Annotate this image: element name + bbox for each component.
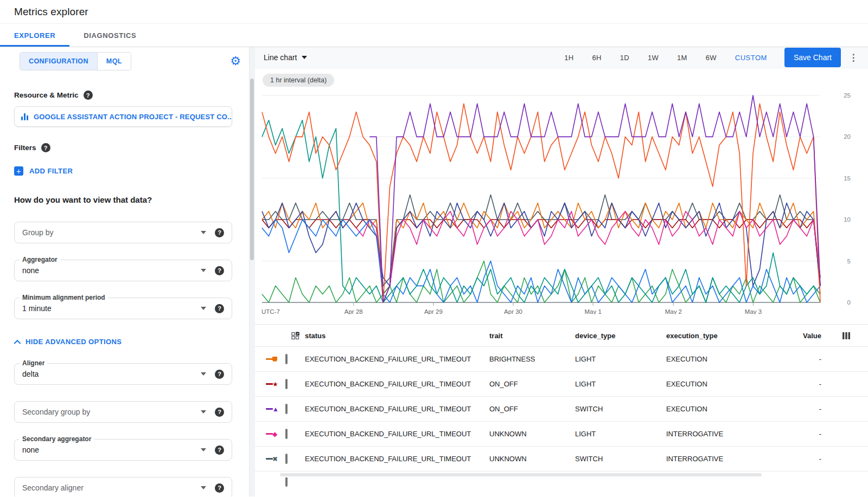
field-aggregator[interactable]: Aggregatornone? (14, 260, 232, 281)
panel-scrollbar[interactable] (249, 47, 255, 496)
table-row: ★EXECUTION_BACKEND_FAILURE_URL_TIMEOUTON… (255, 372, 868, 397)
resource-metric-section: Resource & Metric ? (14, 91, 232, 100)
table-horizontal-scrollbar[interactable] (280, 473, 762, 476)
chart-type-label: Line chart (264, 53, 297, 62)
cell-value: - (789, 405, 835, 413)
help-icon[interactable]: ? (215, 446, 224, 455)
tab-explorer[interactable]: EXPLORER (0, 24, 69, 47)
row-checkbox[interactable] (285, 454, 288, 464)
cell-device-type: LIGHT (575, 430, 666, 438)
cell-device-type: SWITCH (575, 405, 666, 413)
add-filter-button[interactable]: + ADD FILTER (14, 166, 232, 176)
config-mode-toggle: CONFIGURATIONMQL (20, 52, 131, 70)
svg-text:0: 0 (847, 299, 851, 306)
cell-device-type: LIGHT (575, 380, 666, 388)
series-legend-swatch: ◆ (266, 430, 285, 438)
range-button-1m[interactable]: 1M (677, 54, 687, 62)
field-label: Aggregator (20, 256, 60, 263)
chevron-down-icon (302, 56, 307, 59)
resource-metric-label: Resource & Metric (14, 91, 79, 99)
cell-trait: ON_OFF (489, 405, 575, 413)
help-icon[interactable]: ? (215, 370, 224, 379)
hide-advanced-options-toggle[interactable]: HIDE ADVANCED OPTIONS (14, 338, 232, 346)
timeseries-line-chart[interactable]: 0510152025Apr 28Apr 29Apr 30May 1May 2Ma… (255, 90, 868, 314)
cell-execution-type: INTERROGATIVE (666, 430, 789, 438)
help-icon[interactable]: ? (215, 408, 224, 417)
chevron-up-icon (14, 340, 21, 347)
help-icon[interactable]: ? (215, 266, 224, 275)
tab-bar: EXPLORERDIAGNOSTICS (0, 24, 868, 47)
range-button-1w[interactable]: 1W (648, 54, 659, 62)
gear-icon[interactable]: ⚙ (230, 55, 241, 67)
dropdown-caret-icon (201, 269, 206, 272)
table-header-row: statustraitdevice_typeexecution_typeValu… (255, 324, 868, 347)
cell-status: EXECUTION_BACKEND_FAILURE_URL_TIMEOUT (305, 380, 489, 388)
svg-text:10: 10 (844, 216, 851, 223)
row-checkbox[interactable] (285, 429, 288, 439)
series-legend-swatch: ✖ (266, 455, 285, 463)
field-label: Aligner (20, 359, 47, 367)
help-icon[interactable]: ? (84, 91, 93, 100)
row-checkbox[interactable] (285, 404, 288, 414)
dropdown-caret-icon (201, 486, 206, 489)
help-icon[interactable]: ? (215, 483, 224, 493)
col-header-device-type[interactable]: device_type (575, 332, 666, 340)
config-header-row: CONFIGURATIONMQL ⚙ (0, 47, 255, 75)
row-checkbox[interactable] (285, 379, 288, 389)
table-row-partial (255, 477, 868, 496)
cell-execution-type: INTERROGATIVE (666, 455, 789, 463)
svg-text:Apr 28: Apr 28 (344, 308, 363, 314)
dropdown-caret-icon (201, 307, 206, 310)
save-chart-button[interactable]: Save Chart (784, 48, 841, 67)
selected-metric-chip[interactable]: GOOGLE ASSISTANT ACTION PROJECT - REQUES… (14, 106, 232, 127)
field-value: Group by (22, 228, 192, 237)
svg-text:20: 20 (844, 133, 851, 140)
field-secondary-group-by[interactable]: Secondary group by? (14, 401, 232, 423)
field-secondary-aggregator[interactable]: Secondary aggregatornone? (14, 439, 232, 461)
svg-text:May 2: May 2 (665, 308, 682, 314)
dropdown-caret-icon (201, 231, 206, 234)
tab-diagnostics[interactable]: DIAGNOSTICS (69, 24, 150, 47)
cell-status: EXECUTION_BACKEND_FAILURE_URL_TIMEOUT (305, 405, 489, 413)
field-label: Minimum alignment period (20, 294, 108, 301)
col-header-value[interactable]: Value (789, 332, 835, 340)
more-options-icon[interactable]: ⋮ (847, 52, 859, 63)
series-legend-swatch (266, 356, 285, 363)
field-secondary-aligner[interactable]: Secondary aligner? (14, 477, 232, 496)
time-range-buttons: 1H6H1D1W1M6W (555, 54, 726, 62)
range-button-1h[interactable]: 1H (564, 54, 573, 62)
view-data-question: How do you want to view that data? (14, 195, 232, 204)
series-marker-x: ✖ (272, 456, 278, 462)
help-icon[interactable]: ? (215, 304, 224, 313)
field-aligner[interactable]: Alignerdelta? (14, 363, 232, 385)
main: CONFIGURATIONMQL ⚙ Resource & Metric ? G… (0, 47, 868, 496)
selected-metric-label: GOOGLE ASSISTANT ACTION PROJECT - REQUES… (34, 113, 232, 121)
columns-icon[interactable] (842, 332, 851, 340)
range-button-6h[interactable]: 6H (592, 54, 602, 62)
row-checkbox[interactable] (285, 354, 288, 364)
series-marker-triangle: ▲ (272, 406, 279, 412)
col-header-trait[interactable]: trait (489, 332, 575, 340)
chart-container[interactable]: 0510152025Apr 28Apr 29Apr 30May 1May 2Ma… (255, 90, 868, 317)
cell-trait: BRIGHTNESS (489, 355, 575, 363)
range-button-1d[interactable]: 1D (620, 54, 629, 62)
range-button-6w[interactable]: 6W (706, 54, 717, 62)
col-header-execution-type[interactable]: execution_type (666, 332, 789, 340)
primary-fields: Group by?Aggregatornone?Minimum alignmen… (14, 222, 232, 319)
cell-execution-type: EXECUTION (666, 380, 789, 388)
field-minimum-alignment-period[interactable]: Minimum alignment period1 minute? (14, 298, 232, 319)
mode-button-mql[interactable]: MQL (97, 53, 131, 70)
mode-button-configuration[interactable]: CONFIGURATION (20, 53, 97, 70)
help-icon[interactable]: ? (41, 143, 50, 152)
series-legend-swatch: ★ (266, 380, 285, 388)
select-series-icon[interactable] (291, 332, 299, 340)
scrollbar-thumb[interactable] (250, 79, 254, 260)
col-header-status[interactable]: status (305, 332, 489, 340)
row-checkbox[interactable] (285, 477, 288, 487)
cell-status: EXECUTION_BACKEND_FAILURE_URL_TIMEOUT (305, 355, 489, 363)
field-group-by[interactable]: Group by? (14, 222, 232, 243)
config-content: Resource & Metric ? GOOGLE ASSISTANT ACT… (0, 91, 255, 496)
custom-range-button[interactable]: CUSTOM (735, 54, 767, 62)
help-icon[interactable]: ? (215, 228, 224, 237)
chart-type-dropdown[interactable]: Line chart (264, 53, 307, 62)
